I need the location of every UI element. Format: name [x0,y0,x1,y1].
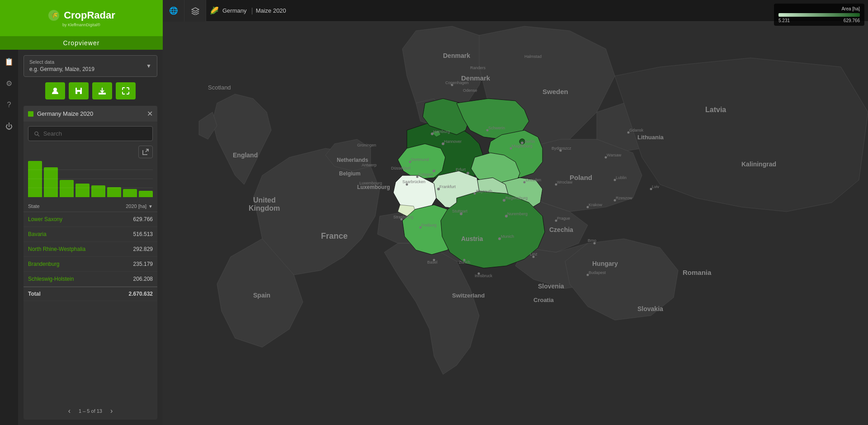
svg-text:Basel: Basel [427,260,438,264]
svg-text:Antwerp: Antwerp [362,163,377,167]
legend-max: 629.766 [844,18,860,23]
svg-text:Halmstad: Halmstad [524,54,542,59]
breadcrumb: 🌽 Germany | Maize 2020 [210,6,286,15]
nav-icons: 📋 ⚙ ? ⏻ [0,50,18,425]
legend-gradient-bar [778,13,860,17]
table-row[interactable]: Lower Saxony 629.766 [24,212,157,227]
svg-text:Brno: Brno [588,238,596,243]
svg-text:United: United [253,196,276,204]
svg-text:Krakow: Krakow [589,203,603,207]
svg-text:Magdeburg: Magdeburg [512,144,533,148]
table-row[interactable]: Bavaria 516.513 [24,227,157,242]
svg-point-2 [53,88,57,91]
nav-layers-icon[interactable]: 📋 [3,55,15,68]
map-svg[interactable]: United Kingdom France Spain Denmark Swed… [163,22,868,425]
svg-text:France: France [321,231,348,241]
svg-text:Bydgoszcz: Bydgoszcz [552,146,571,151]
svg-text:Frankfurt: Frankfurt [439,184,456,189]
pagination-info: 1 – 5 of 13 [79,408,102,414]
chart-bar-4[interactable] [75,184,90,197]
svg-text:Freiburg: Freiburg [421,223,437,227]
close-dataset-button[interactable]: ✕ [147,109,153,118]
svg-point-53 [524,181,526,184]
layers-button[interactable] [184,0,206,22]
fullscreen-action-button[interactable] [116,82,136,99]
logo-area: 🌾 CropRadar by KleffmannDigital® [0,0,163,36]
nav-filter-icon[interactable]: ⚙ [3,77,15,90]
table-row[interactable]: Brandenburg 235.179 [24,257,157,272]
svg-text:Luxembourg: Luxembourg [359,181,382,185]
dataset-title-row: Germany Maize 2020 [28,110,93,117]
svg-text:Lithuania: Lithuania [637,134,664,141]
sort-button[interactable]: 2020 [ha] ▼ [126,203,153,209]
select-data-value: e.g. Germany, Maize, 2019 [29,66,94,72]
dataset-header: Germany Maize 2020 ✕ [24,106,157,122]
svg-text:Zurich: Zurich [459,260,470,264]
next-page-button[interactable]: › [108,407,114,415]
dropdown-arrow-icon: ▼ [146,63,151,69]
table-row[interactable]: Schleswig-Holstein 206.208 [24,272,157,287]
download-action-button[interactable] [92,82,112,99]
svg-text:Rzeszow: Rzeszow [616,196,632,200]
data-table: Lower Saxony 629.766 Bavaria 516.513 Nor… [24,212,157,402]
svg-text:Hamburg: Hamburg [433,129,450,134]
pagination: ‹ 1 – 5 of 13 › [24,402,157,420]
table-row[interactable]: North Rhine-Westphalia 292.829 [24,242,157,257]
svg-rect-5 [77,92,80,94]
state-name-5: Schleswig-Holstein [28,276,74,282]
svg-text:Linz: Linz [530,252,538,256]
chart-bar-3[interactable] [60,180,74,197]
sidebar: 🌾 CropRadar by KleffmannDigital® Cropvie… [0,0,163,425]
chart-bar-8[interactable] [139,191,153,197]
svg-text:Poland: Poland [570,174,592,181]
svg-text:Bayreuth: Bayreuth [476,189,492,194]
map-background[interactable]: United Kingdom France Spain Denmark Swed… [163,22,868,425]
svg-text:Regensburg: Regensburg [505,196,528,200]
chart-bar-6[interactable] [107,187,121,197]
chart-bar-1[interactable] [28,161,42,197]
nav-help-icon[interactable]: ? [3,99,15,111]
col-value-header: 2020 [ha] [126,203,146,209]
state-value-2: 516.513 [133,231,153,237]
svg-text:Saarbrücken: Saarbrücken [402,179,425,184]
svg-text:Netherlands: Netherlands [337,157,368,163]
svg-text:Gdansk: Gdansk [629,128,644,132]
map-area[interactable]: 🌐 🌽 Germany | Maize 2020 Area [ha] 5.231… [163,0,868,425]
svg-point-51 [474,193,476,195]
logo: 🌾 CropRadar [47,9,115,22]
chart-bar-2[interactable] [44,167,58,197]
top-bar: 🌐 🌽 Germany | Maize 2020 Area [ha] 5.231… [163,0,868,22]
export-icon [142,149,149,155]
svg-point-33 [467,172,469,175]
bar-chart [28,161,153,197]
globe-button[interactable]: 🌐 [163,0,184,22]
chart-bar-5[interactable] [91,185,105,197]
svg-text:Croatia: Croatia [533,297,554,303]
svg-text:Innsbruck: Innsbruck [475,274,493,278]
nav-power-icon[interactable]: ⏻ [3,120,15,133]
svg-text:Budapest: Budapest [589,270,606,275]
svg-text:Warsaw: Warsaw [607,153,622,157]
prev-page-button[interactable]: ‹ [66,407,72,415]
svg-text:Kingdom: Kingdom [249,204,280,212]
select-data-dropdown[interactable]: Select data e.g. Germany, Maize, 2019 ▼ [24,55,157,77]
search-box[interactable] [28,126,153,141]
logo-icon: 🌾 [47,9,60,22]
search-input[interactable] [43,130,147,137]
svg-text:Spain: Spain [253,292,270,299]
svg-text:Odense: Odense [463,88,477,93]
breadcrumb-crop-year: Maize 2020 [256,7,286,14]
col-state-header: State [28,203,40,209]
save-action-button[interactable] [69,82,89,99]
chart-bar-7[interactable] [123,189,137,197]
svg-text:Kaliningrad: Kaliningrad [741,161,776,168]
legend: Area [ha] 5.231 629.766 [774,4,864,26]
user-action-button[interactable] [45,82,65,99]
export-button[interactable] [138,146,153,158]
svg-text:Hungary: Hungary [592,260,618,267]
cropviewer-label: Cropviewer [0,36,163,50]
total-value: 2.670.632 [129,291,153,297]
svg-text:Lublin: Lublin [616,175,627,180]
svg-text:Hannover: Hannover [444,139,462,144]
svg-text:Austria: Austria [461,235,483,242]
